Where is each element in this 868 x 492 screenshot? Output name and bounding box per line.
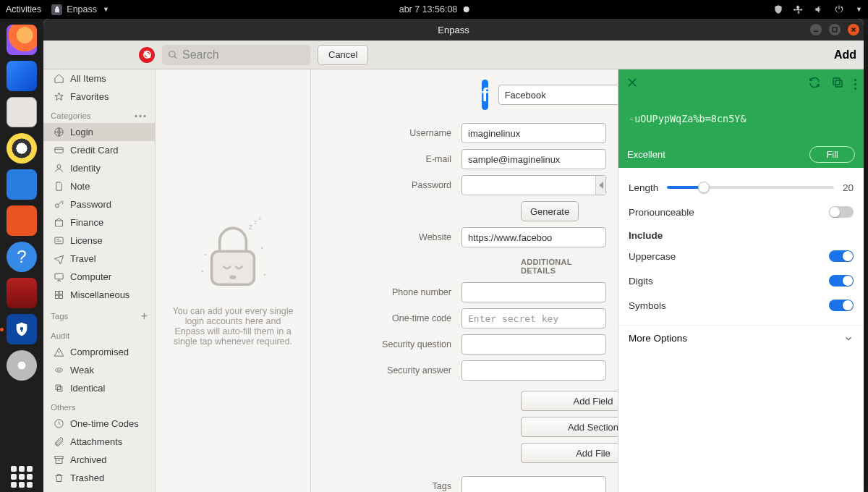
tags-label: Tags: [323, 481, 451, 491]
more-options-button[interactable]: More Options: [618, 325, 864, 351]
generator-more-button[interactable]: [854, 79, 856, 90]
sidebar-identical[interactable]: Identical: [43, 379, 155, 397]
item-title-input[interactable]: [498, 85, 618, 105]
website-input[interactable]: [461, 227, 606, 247]
dock-firefox[interactable]: [7, 25, 37, 55]
empty-list-pane: z z z You can add your every single logi…: [156, 69, 311, 492]
phone-input[interactable]: [461, 282, 606, 302]
sidebar-archived[interactable]: Archived: [43, 451, 155, 469]
sidebar-trashed[interactable]: Trashed: [43, 469, 155, 487]
svg-rect-11: [59, 292, 62, 294]
generate-button[interactable]: Generate: [521, 201, 579, 221]
sidebar-item-password[interactable]: Password: [43, 195, 155, 213]
chevron-down-icon[interactable]: ▼: [856, 6, 862, 13]
categories-more-icon[interactable]: •••: [135, 111, 148, 120]
clock-icon: [54, 418, 64, 429]
sidebar-compromised[interactable]: Compromised: [43, 343, 155, 361]
regenerate-button[interactable]: [808, 76, 821, 92]
username-input[interactable]: [461, 123, 606, 143]
sidebar-item-travel[interactable]: Travel: [43, 250, 155, 268]
close-generator-button[interactable]: [626, 76, 639, 92]
svg-rect-7: [56, 221, 63, 226]
email-input[interactable]: [461, 149, 606, 169]
dock-disk[interactable]: [7, 350, 37, 381]
sidebar-item-note[interactable]: Note: [43, 177, 155, 195]
digits-toggle[interactable]: [829, 275, 854, 287]
sidebar-item-computer[interactable]: Computer: [43, 268, 155, 286]
length-slider[interactable]: [667, 186, 834, 189]
warning-icon: [54, 347, 64, 357]
dock-libreoffice[interactable]: [7, 169, 37, 200]
add-field-button[interactable]: Add Field: [521, 391, 618, 411]
sidebar-weak[interactable]: Weak: [43, 361, 155, 379]
ubuntu-dock: ?: [0, 19, 43, 492]
secq-input[interactable]: [461, 334, 606, 355]
symbols-toggle[interactable]: [829, 300, 854, 311]
svg-point-25: [261, 247, 263, 249]
sidebar-otp[interactable]: One-time Codes: [43, 415, 155, 433]
password-label: Password: [323, 180, 451, 190]
sidebar-tags-header: Tags+: [43, 304, 155, 326]
add-button[interactable]: Add: [834, 48, 856, 62]
dock-rhythmbox[interactable]: [7, 133, 37, 164]
sidebar-item-login[interactable]: Login: [43, 123, 155, 141]
card-icon: [54, 145, 64, 156]
otp-input[interactable]: [461, 308, 606, 328]
svg-point-6: [56, 204, 59, 208]
header-bar: Search Cancel Add: [43, 41, 864, 69]
window-maximize-button[interactable]: [829, 24, 841, 35]
length-label: Length: [629, 182, 658, 193]
dock-enpass[interactable]: [7, 314, 37, 344]
pronounceable-toggle[interactable]: [829, 206, 854, 218]
digits-label: Digits: [629, 276, 653, 287]
power-icon[interactable]: [834, 4, 844, 14]
add-tag-button[interactable]: +: [141, 310, 148, 323]
otp-label: One-time code: [323, 313, 451, 323]
seca-label: Security answer: [323, 365, 451, 376]
search-placeholder: Search: [182, 48, 219, 62]
volume-icon[interactable]: [814, 4, 824, 14]
enpass-window: Enpass Search Cancel Add All Items Favor…: [43, 19, 864, 492]
window-close-button[interactable]: [848, 24, 859, 35]
uppercase-toggle[interactable]: [829, 250, 854, 262]
cancel-button[interactable]: Cancel: [318, 45, 368, 65]
network-icon[interactable]: [793, 4, 804, 14]
sidebar-item-finance[interactable]: Finance: [43, 213, 155, 232]
window-titlebar: Enpass: [43, 19, 864, 41]
dock-software[interactable]: [7, 205, 37, 236]
fill-button[interactable]: Fill: [809, 146, 855, 163]
window-minimize-button[interactable]: [810, 24, 822, 35]
sidebar-item-license[interactable]: License: [43, 232, 155, 250]
dock-files[interactable]: [7, 97, 37, 127]
seca-input[interactable]: [461, 360, 606, 381]
svg-point-23: [204, 254, 206, 256]
dock-screenshot[interactable]: [7, 278, 37, 308]
finance-icon: [54, 217, 64, 228]
clock[interactable]: abr 7 13:56:08: [399, 4, 458, 14]
sidebar-item-credit-card[interactable]: Credit Card: [43, 141, 155, 159]
activities-button[interactable]: Activities: [6, 4, 41, 14]
svg-rect-13: [59, 295, 62, 298]
svg-text:z: z: [259, 216, 261, 221]
app-menu[interactable]: Enpass ▼: [51, 4, 109, 15]
sidebar-favorites[interactable]: Favorites: [43, 88, 155, 106]
key-icon: [54, 199, 64, 210]
tags-input[interactable]: [461, 476, 606, 492]
dock-thunderbird[interactable]: [7, 61, 37, 91]
shield-tray-icon[interactable]: [773, 4, 783, 14]
svg-point-5: [57, 165, 61, 169]
add-file-button[interactable]: Add File: [521, 443, 618, 463]
password-generator-trigger[interactable]: [595, 176, 605, 195]
sync-disabled-icon[interactable]: [139, 47, 155, 63]
add-section-button[interactable]: Add Section: [521, 417, 618, 437]
sidebar-item-misc[interactable]: Miscellaneous: [43, 286, 155, 304]
search-input[interactable]: Search: [162, 45, 310, 65]
dock-show-apps[interactable]: [7, 462, 37, 492]
dock-help[interactable]: ?: [7, 242, 37, 272]
password-input[interactable]: [461, 175, 606, 195]
facebook-icon[interactable]: f: [482, 80, 488, 110]
sidebar-attachments[interactable]: Attachments: [43, 433, 155, 451]
sidebar-all-items[interactable]: All Items: [43, 69, 155, 88]
sidebar-item-identity[interactable]: Identity: [43, 159, 155, 177]
copy-button[interactable]: [831, 76, 844, 92]
